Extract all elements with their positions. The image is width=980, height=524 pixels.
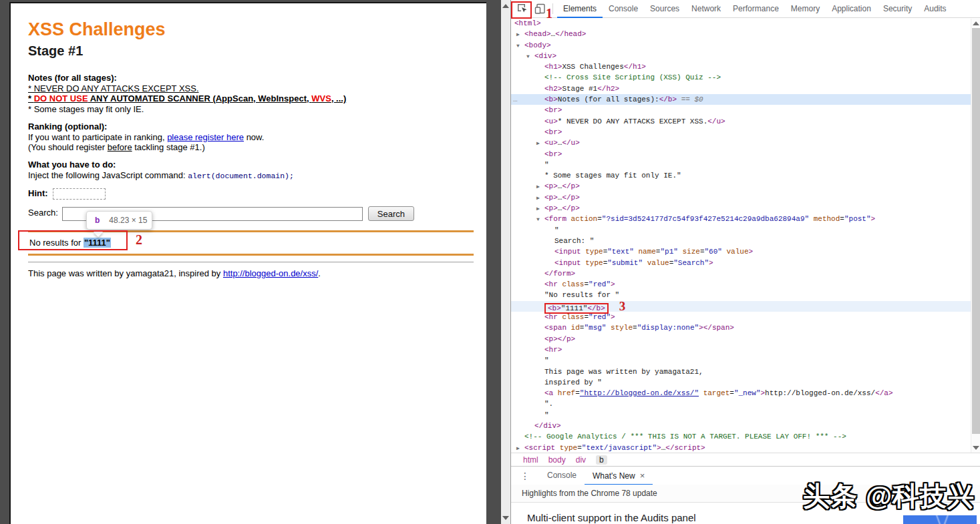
devtools-tab-memory[interactable]: Memory bbox=[785, 0, 826, 18]
expand-arrow-icon[interactable]: ▶ bbox=[536, 138, 540, 149]
orange-divider-bottom bbox=[28, 254, 474, 256]
expand-arrow-icon[interactable]: ▶ bbox=[516, 29, 520, 40]
scroll-down-icon[interactable] bbox=[973, 446, 979, 450]
tree-row[interactable]: <hr> bbox=[511, 344, 971, 355]
devtools-tab-sources[interactable]: Sources bbox=[644, 0, 685, 18]
drawer-tab-console[interactable]: Console bbox=[539, 467, 585, 485]
tree-row[interactable]: <a href="http://blogged-on.de/xss/" targ… bbox=[511, 388, 971, 399]
tree-token-tag: <br> bbox=[544, 106, 562, 114]
tree-row[interactable]: </div> bbox=[511, 421, 971, 431]
device-toolbar-icon[interactable] bbox=[534, 2, 547, 15]
tree-row[interactable]: <h2>Stage #1</h2> bbox=[511, 83, 971, 94]
page-scrollbar[interactable] bbox=[501, 0, 510, 524]
expand-arrow-icon[interactable]: ▶ bbox=[516, 443, 520, 453]
tree-row[interactable]: ". bbox=[511, 399, 971, 409]
devtools-tab-audits[interactable]: Audits bbox=[918, 0, 952, 18]
tree-token-tag: </u> bbox=[562, 139, 579, 147]
tree-row[interactable]: <br> bbox=[511, 127, 971, 138]
tree-token-txt: * NEVER DO ANY ATTACKS EXCEPT XSS. bbox=[558, 117, 707, 125]
tree-token-attr: id bbox=[566, 324, 580, 332]
tree-row[interactable]: " bbox=[511, 225, 971, 236]
tree-token-tag: </script> bbox=[665, 444, 705, 452]
tree-token-val: "_new" bbox=[734, 389, 761, 397]
tree-row[interactable]: Search: " bbox=[511, 236, 971, 246]
tree-row[interactable]: "No results for " bbox=[511, 290, 971, 300]
dom-tree[interactable]: <html>▶<head>…</head>▼<body>▼<div><h1>XS… bbox=[511, 18, 971, 453]
tree-row[interactable]: <input type="text" name="p1" size="60" v… bbox=[511, 246, 971, 257]
tree-row[interactable]: " bbox=[511, 160, 971, 170]
devtools-tab-security[interactable]: Security bbox=[877, 0, 918, 18]
expand-arrow-icon[interactable]: ▶ bbox=[536, 193, 540, 204]
breadcrumb-div[interactable]: div bbox=[576, 455, 586, 465]
devtools-tab-console[interactable]: Console bbox=[603, 0, 644, 18]
tree-row[interactable]: <h1>XSS Challenges</h1> bbox=[511, 61, 971, 72]
breadcrumb-body[interactable]: body bbox=[548, 455, 566, 465]
tree-token-txt: "No results for " bbox=[544, 291, 619, 299]
tree-token-tag: </head> bbox=[555, 30, 586, 38]
search-button[interactable]: Search bbox=[368, 206, 414, 221]
tree-row[interactable]: <hr class="red"> bbox=[511, 279, 971, 290]
tree-row[interactable]: <p></p> bbox=[511, 334, 971, 344]
tree-token-tag: > bbox=[611, 280, 615, 288]
scroll-down-icon[interactable] bbox=[502, 516, 509, 520]
devtools-tab-performance[interactable]: Performance bbox=[727, 0, 785, 18]
collapse-arrow-icon[interactable]: ▼ bbox=[516, 41, 520, 51]
tree-row[interactable]: ▶<p>…</p> bbox=[511, 192, 971, 203]
tree-row[interactable]: ▶<u>…</u> bbox=[511, 138, 971, 148]
tree-row[interactable]: <u>* NEVER DO ANY ATTACKS EXCEPT XSS.</u… bbox=[511, 116, 971, 127]
scroll-up-icon[interactable] bbox=[502, 4, 509, 8]
expand-arrow-icon[interactable]: ▶ bbox=[536, 204, 540, 214]
tree-row[interactable]: " bbox=[511, 410, 971, 421]
tree-row[interactable]: ▼<form action="?sid=3d524177d7c54f93f427… bbox=[511, 214, 971, 224]
tree-row[interactable]: <html> bbox=[511, 18, 971, 29]
tree-row[interactable]: <span id="msg" style="display:none"></sp… bbox=[511, 322, 971, 333]
tree-row[interactable]: <hr class="red"> bbox=[511, 312, 971, 322]
hint-label: Hint: bbox=[28, 188, 48, 198]
tree-row[interactable]: ▶<head>…</head> bbox=[511, 29, 971, 39]
tree-token-attr: style bbox=[606, 324, 633, 332]
tree-row[interactable]: ▼<body> bbox=[511, 40, 971, 51]
tree-row[interactable]: …<b>Notes (for all stages):</b> == $0 bbox=[511, 94, 971, 105]
collapse-arrow-icon[interactable]: ▼ bbox=[536, 214, 540, 225]
devtools-scrollbar[interactable] bbox=[971, 19, 980, 453]
tree-row[interactable]: </form> bbox=[511, 268, 971, 279]
tree-token-val: "red" bbox=[589, 280, 611, 288]
tree-row[interactable]: " bbox=[511, 355, 971, 366]
tree-token-attr: target bbox=[699, 389, 729, 397]
drawer-menu-icon[interactable]: ⋮ bbox=[520, 471, 530, 481]
tree-row[interactable]: ▶<p>…</p> bbox=[511, 181, 971, 192]
breadcrumb-b[interactable]: b bbox=[596, 455, 607, 465]
tree-token-tag: <b> bbox=[544, 95, 558, 103]
footer-link[interactable]: http://blogged-on.de/xss/ bbox=[223, 268, 318, 278]
tree-row[interactable]: <input type="submit" value="Search"> bbox=[511, 258, 971, 268]
devtools-tab-network[interactable]: Network bbox=[685, 0, 727, 18]
tree-row[interactable]: inspired by " bbox=[511, 377, 971, 388]
tree-row[interactable]: This page was written by yamagata21, bbox=[511, 366, 971, 377]
tree-token-tag: </div> bbox=[534, 422, 561, 430]
devtools-tab-application[interactable]: Application bbox=[826, 0, 877, 18]
tree-token-attr: method bbox=[809, 215, 840, 223]
expand-arrow-icon[interactable]: ▶ bbox=[536, 182, 540, 192]
tree-row[interactable]: * Some stages may fit only IE." bbox=[511, 170, 971, 181]
register-link[interactable]: please register here bbox=[167, 132, 244, 142]
tree-row[interactable]: <!-- Google Analytics / *** THIS IS NOT … bbox=[511, 431, 971, 442]
breadcrumb-html[interactable]: html bbox=[523, 455, 538, 465]
tree-token-attr: action bbox=[566, 215, 597, 223]
tree-row[interactable]: ▼<div> bbox=[511, 51, 971, 61]
tree-row[interactable]: <b>"1111"</b>3 bbox=[511, 301, 971, 312]
node-options-ellipsis[interactable]: … bbox=[513, 94, 518, 105]
scrollbar-thumb[interactable] bbox=[972, 28, 980, 434]
scroll-up-icon[interactable] bbox=[973, 21, 979, 25]
collapse-arrow-icon[interactable]: ▼ bbox=[526, 51, 530, 62]
tree-token-val: "display:none" bbox=[637, 324, 699, 332]
close-icon[interactable]: × bbox=[640, 471, 645, 481]
tree-row[interactable]: <!-- Cross Site Scripting (XSS) Quiz --> bbox=[511, 72, 971, 83]
tree-row[interactable]: <br> bbox=[511, 105, 971, 115]
annotation-box-1 bbox=[511, 1, 532, 19]
toolbar-separator bbox=[552, 3, 553, 14]
tree-row[interactable]: ▶<script type="text/javascript">…</scrip… bbox=[511, 443, 971, 453]
drawer-tab-whats-new[interactable]: What's New× bbox=[585, 467, 653, 485]
devtools-tab-elements[interactable]: Elements bbox=[557, 0, 603, 18]
tree-row[interactable]: ▶<p>…</p> bbox=[511, 203, 971, 214]
tree-row[interactable]: <br> bbox=[511, 149, 971, 160]
